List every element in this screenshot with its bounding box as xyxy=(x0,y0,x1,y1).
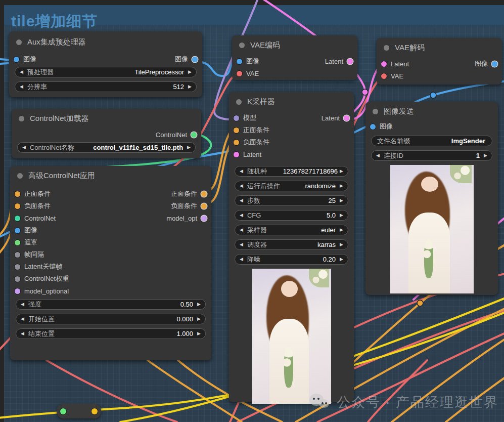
decrement-arrow-icon[interactable]: ◀ xyxy=(20,85,23,89)
widget-denoise[interactable]: ◀ 降噪 0.20 ▶ xyxy=(235,254,348,265)
output-port-latent[interactable] xyxy=(347,59,353,64)
input-port-timestep[interactable] xyxy=(15,252,20,258)
collapse-dot-icon[interactable] xyxy=(239,43,245,48)
widget-start-percent[interactable]: ◀ 开始位置 0.000 ▶ xyxy=(16,314,206,324)
decrement-arrow-icon[interactable]: ◀ xyxy=(20,70,23,74)
output-port-negative[interactable] xyxy=(201,203,207,209)
collapsed-node[interactable] xyxy=(57,404,101,418)
increment-arrow-icon[interactable]: ▶ xyxy=(340,184,343,188)
widget-steps[interactable]: ◀ 步数 25 ▶ xyxy=(235,195,348,206)
decrement-arrow-icon[interactable]: ◀ xyxy=(21,317,24,321)
node-title: 高级ControlNet应用 xyxy=(28,171,95,181)
increment-arrow-icon[interactable]: ▶ xyxy=(340,169,343,174)
widget-resolution[interactable]: ◀ 分辨率 512 ▶ xyxy=(15,81,197,92)
node-header[interactable]: K采样器 xyxy=(229,92,354,111)
collapse-dot-icon[interactable] xyxy=(373,109,378,114)
input-port-vae[interactable] xyxy=(381,73,387,79)
widget-seed[interactable]: ◀ 随机种 123678271718696 ▶ xyxy=(235,166,348,177)
input-port-positive[interactable] xyxy=(15,191,20,197)
input-port-negative[interactable] xyxy=(15,203,20,209)
node-header[interactable]: 图像发送 xyxy=(365,102,498,120)
collapse-dot-icon[interactable] xyxy=(384,45,389,51)
watermark-text: 公众号 · 产品经理逛世界 xyxy=(337,393,498,411)
widget-sampler[interactable]: ◀ 采样器 euler ▶ xyxy=(235,225,348,235)
widget-filename-prefix[interactable]: 文件名前缀 ImgSender xyxy=(371,136,492,146)
node-header[interactable]: Aux集成预处理器 xyxy=(9,31,202,53)
input-port-mask[interactable] xyxy=(15,240,20,245)
input-port-latent-keyframe[interactable] xyxy=(15,264,20,270)
node-graph-canvas[interactable]: tile增加细节 xyxy=(0,0,504,422)
watermark: 公众号 · 产品经理逛世界 xyxy=(309,393,498,412)
decrement-arrow-icon[interactable]: ◀ xyxy=(376,153,380,158)
decrement-arrow-icon[interactable]: ◀ xyxy=(240,184,243,188)
collapse-dot-icon[interactable] xyxy=(236,99,242,105)
decrement-arrow-icon[interactable]: ◀ xyxy=(21,302,24,307)
input-port-image[interactable] xyxy=(370,124,376,130)
widget-cfg[interactable]: ◀ CFG 5.0 ▶ xyxy=(235,210,348,221)
output-port-latent[interactable] xyxy=(344,115,349,121)
output-port-model-opt[interactable] xyxy=(201,216,207,221)
increment-arrow-icon[interactable]: ▶ xyxy=(340,198,343,203)
increment-arrow-icon[interactable]: ▶ xyxy=(197,331,201,336)
input-port-latent[interactable] xyxy=(234,152,239,157)
input-port-image[interactable] xyxy=(14,57,19,62)
node-title: Aux集成预处理器 xyxy=(27,37,86,47)
increment-arrow-icon[interactable]: ▶ xyxy=(187,145,191,150)
node-title: ControlNet加载器 xyxy=(30,114,89,123)
node-header[interactable]: VAE编码 xyxy=(232,35,357,54)
decrement-arrow-icon[interactable]: ◀ xyxy=(240,198,243,203)
decrement-arrow-icon[interactable]: ◀ xyxy=(240,242,243,247)
widget-preprocessor[interactable]: ◀ 预处理器 TilePreprocessor ▶ xyxy=(15,67,197,77)
input-port-positive[interactable] xyxy=(234,128,239,133)
node-title: VAE编码 xyxy=(250,40,280,50)
input-port-weights[interactable] xyxy=(15,276,20,282)
widget-end-percent[interactable]: ◀ 结束位置 1.000 ▶ xyxy=(16,328,206,339)
decrement-arrow-icon[interactable]: ◀ xyxy=(240,228,243,232)
increment-arrow-icon[interactable]: ▶ xyxy=(197,317,201,321)
node-header[interactable]: ControlNet加载器 xyxy=(12,109,201,128)
input-port-image[interactable] xyxy=(237,59,242,64)
decrement-arrow-icon[interactable]: ◀ xyxy=(240,257,243,262)
node-header[interactable]: 高级ControlNet应用 xyxy=(10,166,211,185)
increment-arrow-icon[interactable]: ▶ xyxy=(340,228,343,232)
input-port-model[interactable] xyxy=(234,115,239,121)
increment-arrow-icon[interactable]: ▶ xyxy=(197,302,201,307)
figure-flowers xyxy=(424,239,433,278)
figure-flowers xyxy=(284,347,293,388)
widget-strength[interactable]: ◀ 强度 0.50 ▶ xyxy=(16,299,206,310)
input-port-latent[interactable] xyxy=(381,61,387,67)
input-port-negative[interactable] xyxy=(234,140,239,145)
output-port[interactable] xyxy=(91,408,98,414)
input-port[interactable] xyxy=(60,408,66,414)
increment-arrow-icon[interactable]: ▶ xyxy=(340,257,343,262)
node-title: VAE解码 xyxy=(395,43,425,53)
node-header[interactable]: VAE解码 xyxy=(377,38,502,57)
group-titlebar[interactable]: tile增加细节 xyxy=(4,5,504,25)
input-port-vae[interactable] xyxy=(237,71,242,76)
collapse-dot-icon[interactable] xyxy=(16,39,22,45)
decrement-arrow-icon[interactable]: ◀ xyxy=(21,331,24,336)
node-ksampler: K采样器 模型 Latent 正面条件 负面条件 Latent ◀ 随机种 12… xyxy=(229,92,354,402)
input-port-controlnet[interactable] xyxy=(15,216,20,221)
increment-arrow-icon[interactable]: ▶ xyxy=(484,153,487,158)
increment-arrow-icon[interactable]: ▶ xyxy=(340,242,343,247)
decrement-arrow-icon[interactable]: ◀ xyxy=(240,213,243,218)
increment-arrow-icon[interactable]: ▶ xyxy=(188,85,192,89)
collapse-dot-icon[interactable] xyxy=(19,116,24,121)
output-port-positive[interactable] xyxy=(201,191,207,197)
node-advanced-controlnet: 高级ControlNet应用 正面条件 正面条件 负面条件 负面条件 Contr… xyxy=(10,166,211,360)
output-port-image[interactable] xyxy=(492,61,497,67)
output-port-controlnet[interactable] xyxy=(191,132,197,138)
decrement-arrow-icon[interactable]: ◀ xyxy=(240,169,243,174)
input-port-image[interactable] xyxy=(15,228,20,233)
increment-arrow-icon[interactable]: ▶ xyxy=(188,70,192,74)
decrement-arrow-icon[interactable]: ◀ xyxy=(22,145,26,150)
collapse-dot-icon[interactable] xyxy=(17,173,23,179)
increment-arrow-icon[interactable]: ▶ xyxy=(340,213,343,218)
widget-controlnet-name[interactable]: ◀ ControlNet名称 control_v11f1e_sd15_tile.… xyxy=(17,142,196,153)
widget-link-id[interactable]: ◀ 连接ID 1 ▶ xyxy=(371,150,492,161)
widget-scheduler[interactable]: ◀ 调度器 karras ▶ xyxy=(235,239,348,250)
widget-control-after-generate[interactable]: ◀ 运行后操作 randomize ▶ xyxy=(235,181,348,191)
input-port-model-optional[interactable] xyxy=(15,288,20,294)
output-port-image[interactable] xyxy=(192,57,198,62)
